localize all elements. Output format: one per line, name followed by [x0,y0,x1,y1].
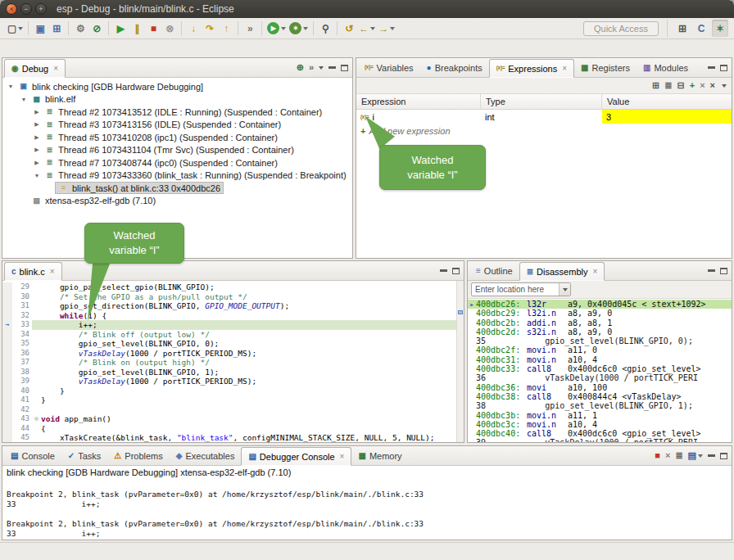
tab-expressions[interactable]: (x)=Expressions× [489,59,574,78]
tab-modules[interactable]: ▥Modules [637,58,695,77]
maximize-view-button[interactable] [720,453,727,459]
disassembly-line[interactable]: 400dbc33:call80x400dc6c0 <gpio_set_level… [468,364,732,373]
code-line[interactable]: 39 vTaskDelay(1000 / portTICK_PERIOD_MS)… [2,377,456,386]
open-perspective-button[interactable]: ⊞ [674,20,691,37]
skip-all-breakpoints-button[interactable]: ⊘ [88,20,105,37]
step-return-button[interactable]: ↑ [218,20,234,37]
code-line[interactable]: →33 i++; [2,320,456,330]
view-menu-button[interactable] [319,63,324,72]
code-line[interactable]: 38 gpio_set_level(BLINK_GPIO, 1); [2,368,456,377]
console-output[interactable]: blink checking [GDB Hardware Debugging] … [2,466,732,540]
code-line[interactable]: 45 xTaskCreate(&blink_task, "blink_task"… [2,433,456,442]
close-button[interactable]: × [6,3,17,15]
column-header-expression[interactable]: Expression [356,94,481,109]
forward-button[interactable]: → [377,20,396,37]
tab-problems[interactable]: ⚠Problems [107,446,169,465]
code-line[interactable]: 30 /* Set the GPIO as a push/pull output… [2,292,456,302]
connect-button[interactable]: ⊕ [297,63,304,72]
disassembly-line[interactable]: 400dbc2f:movi.na11, 0 [468,345,732,355]
back-button[interactable]: ← [357,20,377,37]
maximize-button[interactable]: + [35,3,47,15]
minimize-view-button[interactable] [708,454,715,458]
tab-breakpoints[interactable]: ●Breakpoints [420,58,489,77]
code-line[interactable]: 32 while(1) { [2,311,456,321]
build-button[interactable]: ⚙ [72,20,88,37]
code-line[interactable]: 41} [2,395,456,405]
tab-console[interactable]: ▤Console [4,446,61,465]
maximize-view-button[interactable] [452,268,460,274]
new-wizard-button[interactable]: ▢ [6,20,25,37]
code-line[interactable]: 29 gpio_pad_select_gpio(BLINK_GPIO); [2,282,456,292]
titlebar[interactable]: × − + esp - Debug - blink/main/blink.c -… [0,0,734,18]
instruction-stepping-mode-button[interactable]: » [309,63,314,72]
forward-dropdown-icon[interactable] [390,27,395,33]
location-dropdown-button[interactable] [559,283,570,296]
add-expression-row[interactable]: +Add new expression [356,124,732,138]
code-line[interactable]: 42 [2,405,456,415]
quick-access-button[interactable]: Quick Access [583,21,659,36]
maximize-view-button[interactable] [341,65,348,71]
maximize-view-button[interactable] [720,65,727,71]
close-icon[interactable]: × [50,267,55,276]
disassembly-line[interactable]: 400dbc31:movi.na10, 4 [468,355,732,364]
debug-perspective-button[interactable]: ✶ [712,20,728,37]
disassembly-line[interactable]: 400dbc36:movia10, 100 [468,383,732,392]
column-header-value[interactable]: Value [602,94,732,109]
disassembly-line[interactable]: 400dbc2d:s32i.na8, a9, 0 [468,327,732,336]
debug-tree-item[interactable]: ▼≣Thread #9 1073433360 (blink_task : Run… [2,169,352,183]
chevron-collapsed-icon[interactable]: ▶ [32,160,42,166]
resume-button[interactable]: ▶ [112,20,129,37]
column-header-type[interactable]: Type [481,94,602,109]
tab-executables[interactable]: ◆Executables [170,446,242,465]
disconnect-button[interactable]: ⊗ [161,20,178,37]
clear-console-button[interactable]: ≣ [675,451,682,460]
code-line[interactable]: 35 gpio_set_level(BLINK_GPIO, 0); [2,339,456,349]
chevron-collapsed-icon[interactable]: ▶ [32,134,42,141]
tab-debug[interactable]: ◉Debug× [4,59,66,78]
add-expression-button[interactable]: + [690,81,695,90]
code-line[interactable]: 43⊖void app_main() [2,414,456,424]
chevron-expanded-icon[interactable]: ▼ [6,84,16,89]
save-all-button[interactable]: ⊞ [48,20,65,37]
close-icon[interactable]: × [562,64,567,73]
chevron-expanded-icon[interactable]: ▼ [19,97,29,102]
show-logical-structures-button[interactable]: ≣ [664,81,672,90]
minimize-view-button[interactable] [708,66,715,70]
debug-tree-item[interactable]: ▶≣Thread #7 1073408744 (ipc0) (Suspended… [2,156,352,169]
run-button[interactable]: ▶ [265,20,288,37]
disassembly-line[interactable]: 35 gpio_set_level(BLINK_GPIO, 0); [468,336,732,345]
tab-outline[interactable]: ≡Outline [469,261,519,280]
debug-tree-item[interactable]: ▤xtensa-esp32-elf-gdb (7.10) [2,195,352,208]
debug-tree-item[interactable]: ▶≣Thread #5 1073410208 (ipc1) (Suspended… [2,131,352,144]
debug-tree-item[interactable]: ▼▦blink.elf [2,93,352,106]
location-input[interactable]: Enter location here [472,285,559,294]
tab-debugger-console[interactable]: ▤Debugger Console× [241,447,351,466]
chevron-collapsed-icon[interactable]: ▶ [32,121,42,128]
display-selected-console-dropdown-icon[interactable] [698,454,703,460]
disassembly-line[interactable]: 400dbc3c:movi.na10, 4 [468,420,732,429]
location-combo[interactable]: Enter location here [471,282,571,296]
debug-button[interactable]: ✶ [288,20,310,37]
minimize-view-button[interactable] [440,269,447,273]
debug-tree-item[interactable]: ▶≣Thread #2 1073413512 (IDLE : Running) … [2,106,352,119]
view-menu-button[interactable] [722,81,727,90]
last-edit-location-button[interactable]: ↺ [341,20,357,37]
terminate-console-button[interactable]: ■ [655,451,660,460]
chevron-collapsed-icon[interactable]: ▶ [32,147,42,153]
close-icon[interactable]: × [53,64,58,73]
code-line[interactable]: 31 gpio_set_direction(BLINK_GPIO, GPIO_M… [2,301,456,311]
close-icon[interactable]: × [340,452,345,461]
display-selected-console-button[interactable]: ▤ [688,451,703,460]
tab-variables[interactable]: (x)=Variables [358,58,420,77]
disassembly-line[interactable]: 400dbc38:call80x400844c4 <vTaskDelay> [468,392,732,401]
remove-all-expressions-button[interactable]: × [710,81,715,90]
code-line[interactable]: 37 /* Blink on (output high) */ [2,358,456,368]
debug-tree-item[interactable]: ≡blink_task() at blink.c:33 0x400dbc26 [2,182,352,195]
code-editor[interactable]: 29 gpio_pad_select_gpio(BLINK_GPIO);30 /… [2,281,464,442]
code-line[interactable]: 40 } [2,386,456,396]
disassembly-line[interactable]: 39 vTaskDelay(1000 / portTICK_PERI [468,438,732,442]
tab-disassembly[interactable]: ≣Disassembly× [519,262,605,281]
code-line[interactable]: 34 /* Blink off (output low) */ [2,330,456,340]
overview-marker[interactable] [458,310,463,314]
tab-blink-c[interactable]: cblink.c× [4,262,62,281]
